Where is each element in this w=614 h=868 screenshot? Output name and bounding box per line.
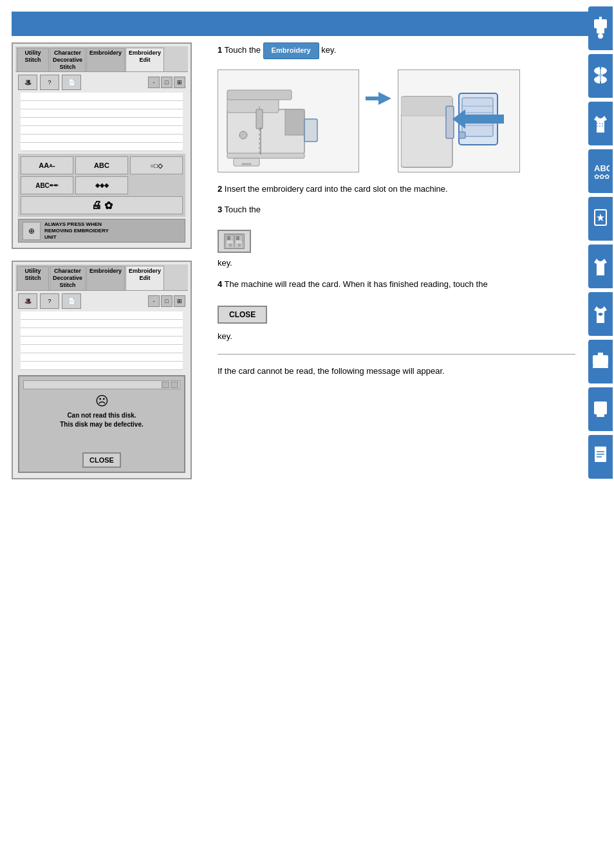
s2-icon-page: 📄 [62, 293, 81, 309]
grid-btn-floppy[interactable]: 🖨 ✿ [21, 196, 183, 214]
grid-btn-shapes[interactable]: ○□◇ [130, 156, 183, 174]
svg-point-51 [229, 244, 232, 246]
sidebar-tab-6[interactable] [588, 245, 613, 288]
screen-bottom-bar: ⊕ ALWAYS PRESS WHENREMOVING EMBROIDERYUN… [18, 219, 185, 243]
error-dialog: ☹ Can not read this disk. This disk may … [18, 375, 185, 473]
error-line2: This disk may be defective. [23, 420, 180, 429]
s2-row-1 [21, 311, 183, 320]
svg-marker-13 [597, 214, 604, 221]
sidebar-tab-1[interactable] [588, 6, 613, 50]
sidebar-tab-8[interactable] [588, 340, 613, 383]
step-4: 4 The machine will read the card. When i… [218, 278, 575, 291]
screen-tab-character[interactable]: CharacterDecorativeStitch [50, 48, 86, 71]
row-4 [21, 118, 183, 126]
screen-1-tabs: UtilityStitch CharacterDecorativeStitch … [15, 46, 188, 72]
screen-2-tab-character[interactable]: CharacterDecorativeStitch [50, 266, 86, 290]
main-content: UtilityStitch CharacterDecorativeStitch … [12, 36, 582, 486]
screen-2-tab-edit[interactable]: EmbroideryEdit [126, 266, 164, 290]
icon-hat: 🎩 [18, 75, 37, 90]
error-note: If the card cannot be read, the followin… [218, 365, 575, 378]
diagram-right [398, 69, 520, 172]
sidebar-tab-9[interactable] [588, 387, 613, 431]
screen-2-tab-embroidery[interactable]: Embroidery [86, 266, 125, 290]
ctrl-minus[interactable]: - [148, 77, 160, 88]
screen-tab-embroidery[interactable]: Embroidery [86, 48, 125, 71]
sidebar-tab-7[interactable] [588, 292, 613, 336]
s2-icon-question: ? [40, 293, 59, 309]
svg-point-7 [598, 69, 603, 82]
step-1: 1 Touch the Embroidery key. [218, 42, 575, 59]
svg-rect-31 [227, 153, 304, 158]
row-3 [21, 109, 183, 118]
machine-diagram: ∞∞∞ [218, 69, 575, 172]
icon-question: ? [40, 75, 59, 90]
left-panel: UtilityStitch CharacterDecorativeStitch … [12, 42, 198, 479]
dialog-maximize[interactable] [171, 382, 178, 388]
svg-rect-49 [227, 236, 230, 240]
error-icon: ☹ [23, 393, 180, 409]
screen-2-top-icons: 🎩 ? 📄 - □ ⊞ [18, 293, 185, 309]
svg-rect-17 [594, 402, 607, 414]
grid-btn-abc[interactable]: ABC [75, 156, 128, 174]
error-line1: Can not read this disk. [23, 411, 180, 420]
grid-btn-frames[interactable]: ◈◈◈ [75, 176, 128, 194]
ctrl-grid[interactable]: ⊞ [174, 77, 185, 88]
svg-rect-28 [256, 109, 263, 129]
svg-rect-25 [227, 90, 292, 100]
svg-rect-15 [598, 353, 603, 356]
svg-text:✿✿✿: ✿✿✿ [594, 173, 609, 180]
svg-rect-16 [593, 365, 608, 368]
s2-ctrl-grid[interactable]: ⊞ [174, 295, 185, 307]
step-3-num: 3 [218, 205, 222, 214]
screen-2-tabs: UtilityStitch CharacterDecorativeStitch … [15, 264, 188, 290]
right-panel: 1 Touch the Embroidery key. [211, 42, 582, 479]
step-1-num: 1 [218, 45, 222, 55]
svg-point-30 [239, 131, 247, 139]
s2-row-6 [21, 353, 183, 362]
svg-rect-18 [597, 414, 604, 417]
screen-controls: - □ ⊞ [148, 77, 185, 88]
grid-btn-abc2[interactable]: ABC✏✏ [21, 176, 73, 194]
embroidery-key-label[interactable]: Embroidery [263, 42, 319, 59]
step-2: 2 Insert the embroidery card into the ca… [218, 183, 575, 196]
svg-rect-37 [401, 97, 452, 116]
svg-rect-0 [594, 19, 607, 28]
svg-rect-1 [597, 28, 604, 33]
row-1 [21, 93, 183, 101]
sidebar-tab-5[interactable] [588, 197, 613, 241]
s2-ctrl-minus[interactable]: - [148, 295, 160, 307]
screen-tab-utility[interactable]: UtilityStitch [17, 48, 49, 71]
floppy-icon-1 [224, 234, 245, 249]
s2-icon-hat: 🎩 [18, 293, 37, 309]
close-button-right[interactable]: CLOSE [218, 306, 267, 324]
sidebar-tab-3[interactable] [588, 102, 613, 145]
svg-rect-38 [446, 106, 454, 138]
svg-marker-35 [366, 92, 391, 105]
step-4b: key. [218, 330, 575, 344]
right-sidebar: ABC ✿✿✿ [587, 0, 614, 868]
screen-2-tab-utility[interactable]: UtilityStitch [17, 266, 49, 290]
sidebar-tab-4[interactable]: ABC ✿✿✿ [588, 149, 613, 193]
grid-btn-aaa[interactable]: AAA- [21, 156, 73, 174]
screen-2: UtilityStitch CharacterDecorativeStitch … [12, 261, 192, 479]
svg-rect-14 [593, 355, 608, 365]
bottom-text: ALWAYS PRESS WHENREMOVING EMBROIDERYUNIT [44, 221, 109, 240]
rows-area-1 [18, 93, 185, 151]
diagram-arrow [366, 69, 391, 108]
floppy-action-btn[interactable] [218, 230, 251, 253]
screen-1: UtilityStitch CharacterDecorativeStitch … [12, 42, 192, 249]
ctrl-box[interactable]: □ [161, 77, 172, 88]
svg-text:ABC: ABC [594, 163, 609, 173]
screen-tab-edit[interactable]: EmbroideryEdit [126, 48, 164, 71]
sidebar-tab-10[interactable] [588, 435, 613, 479]
screen-1-body: 🎩 ? 📄 - □ ⊞ [15, 72, 188, 245]
bottom-icon[interactable]: ⊕ [23, 222, 41, 240]
s2-row-4 [21, 337, 183, 345]
s2-ctrl-box[interactable]: □ [161, 295, 172, 307]
dialog-minimize[interactable] [162, 382, 169, 388]
screen-top-icons: 🎩 ? 📄 - □ ⊞ [18, 75, 185, 90]
screen-close-button[interactable]: CLOSE [82, 452, 121, 468]
sidebar-tab-2[interactable] [588, 54, 613, 98]
step-3: 3 Touch the [218, 203, 575, 217]
svg-rect-54 [236, 236, 239, 240]
